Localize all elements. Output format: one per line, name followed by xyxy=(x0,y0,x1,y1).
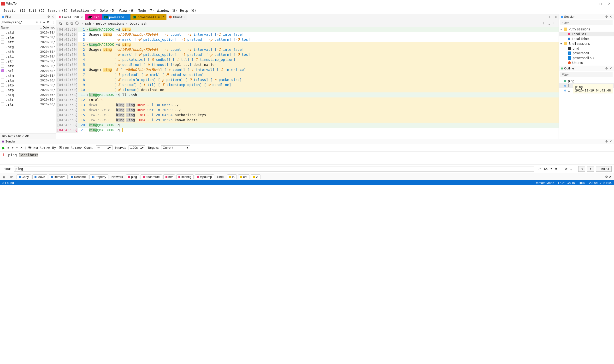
refresh-icon[interactable]: ⟳ xyxy=(47,20,50,24)
find-opt[interactable]: W xyxy=(549,167,554,171)
file-row[interactable]: .str2020/06/ xyxy=(0,97,56,102)
action-mtr[interactable]: mtr xyxy=(163,174,175,179)
menu-item[interactable]: Search (3) xyxy=(46,8,69,13)
tab-local-ssh[interactable]: Local SSH✕ xyxy=(56,14,85,20)
terminal-icon[interactable]: ▣ xyxy=(2,175,5,179)
find-next-button[interactable]: ≥ xyxy=(587,166,594,172)
action-Copy[interactable]: Copy xyxy=(16,174,31,179)
gear-icon[interactable]: ⚙ xyxy=(605,175,608,179)
tab-cmd[interactable]: C:\cmd xyxy=(85,14,102,20)
tab-close-icon[interactable]: ✕ xyxy=(81,15,83,19)
file-row[interactable]: .stp2020/06/ xyxy=(0,88,56,92)
tree-group[interactable]: ▾Shell sessions xyxy=(559,41,614,46)
close-icon[interactable]: ✕ xyxy=(609,140,612,143)
find-all-button[interactable]: Find All xyxy=(596,166,612,172)
radio-hex[interactable]: Hex xyxy=(40,146,50,150)
tab-menu-icon[interactable]: ＋ xyxy=(546,15,553,19)
file-row[interactable]: .stj2020/08/ xyxy=(0,59,56,64)
tree-item[interactable]: >_powershell xyxy=(559,51,614,56)
action-ls[interactable]: ls xyxy=(227,174,237,179)
action-ifconfig[interactable]: ifconfig xyxy=(176,174,193,179)
find-opt[interactable]: I xyxy=(558,167,563,171)
action-traceroute[interactable]: traceroute xyxy=(140,174,162,179)
action-cat[interactable]: cat xyxy=(238,174,250,179)
tab-powershell[interactable]: >_powershell xyxy=(102,14,130,20)
close-icon[interactable]: ✕ xyxy=(52,15,54,18)
interval-input[interactable]: 1.00s▴▾ xyxy=(128,145,145,150)
forward-icon[interactable]: → xyxy=(43,20,45,24)
plus-icon[interactable]: + xyxy=(12,146,14,149)
dup-icon[interactable]: ⧉ xyxy=(70,21,74,26)
more-icon[interactable]: ⋮ xyxy=(551,21,557,26)
clear-icon[interactable]: ⌫ xyxy=(36,20,38,24)
tree-group[interactable]: ▾Putty sessions xyxy=(559,27,614,32)
close-icon[interactable]: ✕ xyxy=(20,146,23,149)
menu-item[interactable]: Edit (2) xyxy=(28,8,46,13)
action-ping[interactable]: ping xyxy=(126,174,139,179)
find-opt[interactable]: ⌄ xyxy=(569,167,574,171)
action-Move[interactable]: Move xyxy=(32,174,47,179)
terminal[interactable]: [04:42:50]1▾king@MACBOOK:~$ ping[04:42:5… xyxy=(56,27,558,139)
tree-item[interactable]: Local Telnet xyxy=(559,36,614,41)
go-icon[interactable]: 〉 xyxy=(542,21,547,26)
file-row[interactable]: .stf2020/08/ xyxy=(0,40,56,45)
crumb[interactable]: ssh xyxy=(85,22,91,25)
menu-item[interactable]: Selection (4) xyxy=(70,8,98,13)
menu-item[interactable]: View (6) xyxy=(118,8,136,13)
close-icon[interactable]: ✕ xyxy=(609,15,612,18)
menu-item[interactable]: Help (0) xyxy=(179,8,197,13)
file-row[interactable]: .stn2020/06/ xyxy=(0,78,56,83)
up-icon[interactable]: ↑ xyxy=(39,20,41,24)
count-input[interactable]: ∞▴▾ xyxy=(96,145,112,150)
gear-icon[interactable]: ⚙ xyxy=(605,15,608,18)
stop-icon[interactable]: ■ xyxy=(7,146,9,149)
col-date[interactable]: Date mod xyxy=(43,26,55,29)
action-Rename[interactable]: Rename xyxy=(69,174,88,179)
find-input[interactable] xyxy=(14,166,534,172)
play-icon[interactable]: ▶ xyxy=(2,146,5,150)
tab-ubuntu[interactable]: Ubuntu xyxy=(167,14,187,20)
file-row[interactable]: .sti2020/08/ xyxy=(0,54,56,59)
minus-icon[interactable]: − xyxy=(16,146,18,149)
file-row[interactable]: .std2020/08/ xyxy=(0,30,56,35)
action-Property[interactable]: Property xyxy=(89,174,108,179)
gear-icon[interactable]: ⚙ xyxy=(47,15,50,18)
radio-text[interactable]: Text xyxy=(28,146,38,150)
filer-path[interactable]: /home/king/ xyxy=(1,20,34,24)
split-icon[interactable]: ⧉ xyxy=(65,21,70,26)
find-opt[interactable]: ⟳ xyxy=(563,167,569,171)
info-icon[interactable]: ⓘ xyxy=(74,21,80,26)
more-icon[interactable]: ⋮ xyxy=(52,20,55,24)
find-opt[interactable]: ≡ xyxy=(554,167,558,171)
tab-powershell-6-7[interactable]: >_powershell 6|7 xyxy=(130,14,167,20)
action-vi[interactable]: vi xyxy=(251,174,260,179)
file-row[interactable]: .sts2020/06/ xyxy=(0,102,56,107)
crumb[interactable]: putty sessions xyxy=(96,22,124,25)
menu-item[interactable]: Window (8) xyxy=(156,8,178,13)
find-opt[interactable]: .* xyxy=(536,167,543,171)
window-maximize-icon[interactable]: ▢ xyxy=(599,2,602,5)
tree-item[interactable]: Local SSH xyxy=(559,32,614,36)
window-minimize-icon[interactable]: — xyxy=(590,2,593,5)
close-icon[interactable]: ✕ xyxy=(609,175,612,179)
tab-menu-icon[interactable]: ≡ xyxy=(553,15,558,19)
radio-char[interactable]: Char xyxy=(71,146,82,150)
file-row[interactable]: .stq2020/06/ xyxy=(0,92,56,97)
menu-item[interactable]: Goto (5) xyxy=(99,8,117,13)
targets-select[interactable]: Current▾ xyxy=(161,145,190,150)
menu-item[interactable]: Mode (7) xyxy=(137,8,155,13)
file-row[interactable]: .stm2020/08/ xyxy=(0,73,56,78)
find-opt[interactable]: Aa xyxy=(543,167,549,171)
gear-icon[interactable]: ⚙ xyxy=(605,66,608,70)
chevron-down-icon[interactable]: ⌄ xyxy=(547,21,551,26)
action-Remove[interactable]: Remove xyxy=(49,174,67,179)
file-row[interactable]: .ste2020/08/ xyxy=(0,35,56,40)
action-tcpdump[interactable]: tcpdump xyxy=(195,174,214,179)
new-tab-icon[interactable]: ⧉₊ xyxy=(58,21,65,26)
menu-item[interactable]: Session (1) xyxy=(2,8,27,13)
gear-icon[interactable]: ⚙ xyxy=(605,140,608,143)
tree-item[interactable]: c:cmd xyxy=(559,46,614,51)
col-name[interactable]: Name xyxy=(1,26,40,29)
session-filter-input[interactable] xyxy=(560,20,613,25)
sender-input[interactable]: 1 ping localhost xyxy=(0,152,614,165)
